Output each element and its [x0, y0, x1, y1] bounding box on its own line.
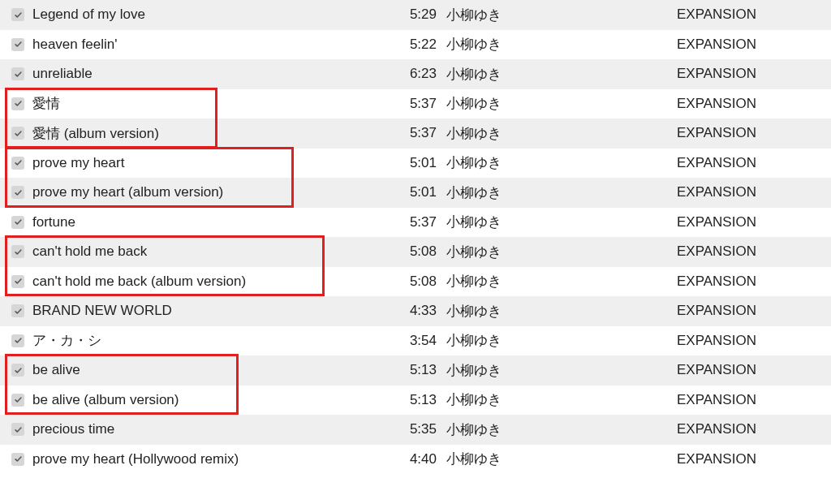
track-duration: 5:13 [396, 392, 441, 408]
track-duration: 5:08 [396, 243, 441, 260]
track-duration: 5:37 [396, 125, 441, 141]
track-title: unreliable [32, 66, 396, 82]
track-title: BRAND NEW WORLD [32, 303, 396, 319]
track-row[interactable]: BRAND NEW WORLD4:33小柳ゆきEXPANSION [0, 296, 831, 326]
track-duration: 5:37 [396, 214, 441, 230]
track-duration: 6:23 [396, 66, 441, 82]
track-row[interactable]: be alive5:13小柳ゆきEXPANSION [0, 355, 831, 386]
track-artist: 小柳ゆき [441, 272, 677, 291]
track-album: EXPANSION [677, 184, 831, 200]
track-artist: 小柳ゆき [441, 94, 677, 113]
track-row[interactable]: prove my heart (Hollywood remix)4:40小柳ゆき… [0, 445, 831, 475]
track-checkbox[interactable] [11, 127, 24, 140]
track-checkbox[interactable] [11, 334, 24, 347]
track-row[interactable]: fortune5:37小柳ゆきEXPANSION [0, 208, 831, 238]
track-artist: 小柳ゆき [441, 331, 677, 350]
track-title: prove my heart (album version) [32, 184, 396, 200]
track-album: EXPANSION [677, 125, 831, 141]
track-album: EXPANSION [677, 37, 831, 53]
track-title: fortune [32, 214, 396, 230]
track-duration: 4:40 [396, 451, 441, 467]
track-checkbox[interactable] [11, 216, 24, 229]
track-title: heaven feelin' [32, 37, 396, 53]
track-title: can't hold me back [32, 243, 396, 260]
track-checkbox[interactable] [11, 38, 24, 51]
track-artist: 小柳ゆき [441, 65, 677, 84]
track-title: prove my heart (Hollywood remix) [32, 451, 396, 467]
track-album: EXPANSION [677, 243, 831, 260]
track-album: EXPANSION [677, 274, 831, 290]
track-duration: 5:37 [396, 96, 441, 112]
track-row[interactable]: precious time5:35小柳ゆきEXPANSION [0, 415, 831, 445]
track-row[interactable]: ア・カ・シ3:54小柳ゆきEXPANSION [0, 326, 831, 356]
track-artist: 小柳ゆき [441, 390, 677, 409]
track-artist: 小柳ゆき [441, 420, 677, 439]
track-album: EXPANSION [677, 362, 831, 378]
track-row[interactable]: prove my heart5:01小柳ゆきEXPANSION [0, 149, 831, 179]
track-album: EXPANSION [677, 392, 831, 408]
track-artist: 小柳ゆき [441, 6, 677, 24]
track-album: EXPANSION [677, 6, 831, 23]
track-artist: 小柳ゆき [441, 450, 677, 468]
track-album: EXPANSION [677, 214, 831, 230]
track-title: be alive (album version) [32, 392, 396, 408]
track-artist: 小柳ゆき [441, 124, 677, 143]
track-album: EXPANSION [677, 451, 831, 467]
track-row[interactable]: 愛情 (album version)5:37小柳ゆきEXPANSION [0, 118, 831, 149]
track-checkbox[interactable] [11, 364, 24, 377]
track-album: EXPANSION [677, 96, 831, 112]
track-title: be alive [32, 362, 396, 378]
track-album: EXPANSION [677, 66, 831, 82]
track-checkbox[interactable] [11, 186, 24, 199]
track-duration: 5:08 [396, 274, 441, 290]
track-checkbox[interactable] [11, 453, 24, 466]
track-album: EXPANSION [677, 303, 831, 319]
track-checkbox[interactable] [11, 423, 24, 436]
track-artist: 小柳ゆき [441, 35, 677, 54]
track-row[interactable]: heaven feelin'5:22小柳ゆきEXPANSION [0, 30, 831, 60]
track-duration: 5:01 [396, 184, 441, 200]
track-artist: 小柳ゆき [441, 361, 677, 380]
track-title: can't hold me back (album version) [32, 274, 396, 290]
track-artist: 小柳ゆき [441, 183, 677, 202]
track-artist: 小柳ゆき [441, 153, 677, 172]
track-row[interactable]: prove my heart (album version)5:01小柳ゆきEX… [0, 178, 831, 208]
track-title: precious time [32, 421, 396, 437]
track-duration: 3:54 [396, 333, 441, 349]
track-checkbox[interactable] [11, 67, 24, 80]
track-checkbox[interactable] [11, 245, 24, 258]
track-title: prove my heart [32, 155, 396, 171]
track-title: ア・カ・シ [32, 331, 396, 350]
track-checkbox[interactable] [11, 304, 24, 317]
track-checkbox[interactable] [11, 157, 24, 170]
track-row[interactable]: can't hold me back (album version)5:08小柳… [0, 267, 831, 297]
track-row[interactable]: unreliable6:23小柳ゆきEXPANSION [0, 59, 831, 89]
track-title: 愛情 [32, 94, 396, 113]
track-duration: 5:22 [396, 37, 441, 53]
track-title: 愛情 (album version) [32, 124, 396, 143]
track-list: Legend of my love5:29小柳ゆきEXPANSIONheaven… [0, 0, 831, 474]
track-duration: 5:01 [396, 155, 441, 171]
track-artist: 小柳ゆき [441, 243, 677, 261]
track-album: EXPANSION [677, 421, 831, 437]
track-checkbox[interactable] [11, 275, 24, 288]
track-row[interactable]: can't hold me back5:08小柳ゆきEXPANSION [0, 237, 831, 267]
track-title: Legend of my love [32, 6, 396, 23]
track-duration: 5:29 [396, 6, 441, 23]
track-artist: 小柳ゆき [441, 213, 677, 231]
track-checkbox[interactable] [11, 8, 24, 21]
track-row[interactable]: be alive (album version)5:13小柳ゆきEXPANSIO… [0, 386, 831, 416]
track-album: EXPANSION [677, 155, 831, 171]
track-artist: 小柳ゆき [441, 302, 677, 321]
track-checkbox[interactable] [11, 394, 24, 407]
track-duration: 5:13 [396, 362, 441, 378]
track-row[interactable]: 愛情5:37小柳ゆきEXPANSION [0, 89, 831, 119]
track-album: EXPANSION [677, 333, 831, 349]
track-checkbox[interactable] [11, 97, 24, 110]
track-duration: 5:35 [396, 421, 441, 437]
track-duration: 4:33 [396, 303, 441, 319]
track-row[interactable]: Legend of my love5:29小柳ゆきEXPANSION [0, 0, 831, 30]
